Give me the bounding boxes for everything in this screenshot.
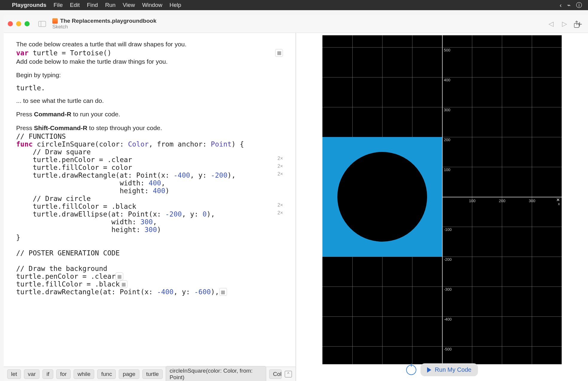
axis-tick-label: 500 — [444, 48, 450, 52]
axis-tick-label: 100 — [469, 199, 476, 203]
menubar-help-icon[interactable]: ⓘ — [576, 1, 582, 9]
menu-view[interactable]: View — [123, 2, 135, 8]
sidebar-toggle-icon[interactable] — [38, 20, 46, 28]
completion-token-turtle[interactable]: turtle — [142, 369, 163, 379]
window-zoom-button[interactable] — [25, 21, 30, 26]
axis-tick-label: -500 — [444, 347, 452, 351]
completion-bar: let var if for while func page turtle ci… — [4, 367, 295, 381]
axis-tick-label: 100 — [444, 167, 450, 172]
system-menubar: Playgrounds File Edit Find Run View Wind… — [0, 0, 588, 10]
completion-token-color[interactable]: Col — [269, 369, 282, 379]
menu-find[interactable]: Find — [87, 2, 98, 8]
see-what-text: ... to see what the turtle can do. — [16, 96, 283, 106]
axis-tick-label: 200 — [444, 138, 450, 142]
live-view-pane: -500-400-300-200-100100200300400500-300-… — [296, 33, 588, 381]
keyboard-toggle-icon[interactable] — [285, 371, 292, 377]
app-window: The Replacements.playgroundbook Sketch ◁… — [4, 15, 588, 381]
intro-text: The code below creates a turtle that wil… — [16, 39, 283, 49]
window-titlebar: The Replacements.playgroundbook Sketch ◁… — [4, 15, 588, 33]
completion-token-circleinsquare[interactable]: circleInSquare(color: Color, from: Point… — [166, 366, 266, 381]
result-quicklook-icon[interactable]: ▦ — [115, 272, 123, 280]
execution-count: 2× — [278, 156, 283, 164]
result-quicklook-icon[interactable]: ▦ — [120, 280, 127, 288]
axis-tick-label: 300 — [529, 199, 535, 203]
execution-count: 2× — [278, 210, 283, 218]
window-minimize-button[interactable] — [16, 21, 21, 26]
document-subtitle: Sketch — [52, 24, 156, 30]
document-icon — [52, 18, 58, 24]
completion-token-var[interactable]: var — [24, 369, 39, 379]
axis-tick-label: 400 — [444, 78, 450, 82]
nav-back-button[interactable]: ◁ — [549, 20, 554, 28]
result-quicklook-icon[interactable]: ▦ — [219, 288, 227, 296]
completion-token-let[interactable]: let — [7, 369, 21, 379]
axis-tick-label: 300 — [444, 108, 450, 112]
menu-run[interactable]: Run — [105, 2, 115, 8]
code-var-line[interactable]: var turtle = Tortoise() — [16, 49, 112, 57]
completion-token-while[interactable]: while — [74, 369, 94, 379]
completion-token-func[interactable]: func — [97, 369, 116, 379]
code-editor-pane[interactable]: The code below creates a turtle that wil… — [4, 33, 296, 381]
step-through-button[interactable] — [406, 365, 416, 375]
axis-tick-label: -300 — [444, 287, 452, 292]
execution-count: 2× — [278, 202, 283, 210]
execution-count: 2× — [278, 171, 283, 179]
drawn-ellipse — [337, 152, 427, 242]
share-icon[interactable] — [573, 20, 580, 31]
completion-token-for[interactable]: for — [56, 369, 71, 379]
menubar-toggle-icon[interactable]: ⌁ — [567, 1, 571, 9]
code-placeholder-turtle[interactable]: turtle. — [16, 84, 283, 92]
completion-token-if[interactable]: if — [42, 369, 53, 379]
nav-forward-button[interactable]: ▷ — [562, 20, 567, 28]
result-quicklook-icon[interactable]: ▦ — [275, 49, 283, 57]
menu-edit[interactable]: Edit — [70, 2, 80, 8]
axis-tick-label: -200 — [444, 257, 452, 262]
play-icon — [427, 367, 431, 373]
code-functions-block[interactable]: // FUNCTIONS func circleInSquare(color: … — [16, 132, 283, 296]
begin-typing-text: Begin by typing: — [16, 70, 283, 80]
menu-file[interactable]: File — [54, 2, 63, 8]
svg-rect-0 — [39, 21, 46, 27]
live-view-canvas: -500-400-300-200-100100200300400500-300-… — [322, 35, 562, 364]
execution-count: 2× — [278, 164, 283, 171]
press-run-text: Press Command-R to run your code. — [16, 109, 283, 119]
menu-window[interactable]: Window — [142, 2, 162, 8]
menubar-chevron-icon[interactable]: ‹ — [560, 2, 562, 9]
document-title: The Replacements.playgroundbook — [60, 18, 156, 24]
run-my-code-button[interactable]: Run My Code — [421, 363, 478, 376]
menubar-app-name[interactable]: Playgrounds — [12, 2, 46, 8]
axis-tick-label: -400 — [444, 317, 452, 321]
add-code-text: Add code below to make the turtle draw t… — [16, 57, 283, 66]
run-button-label: Run My Code — [435, 366, 471, 373]
axis-tick-label: 200 — [499, 199, 505, 203]
window-close-button[interactable] — [8, 21, 13, 26]
menu-help[interactable]: Help — [170, 2, 181, 8]
completion-token-page[interactable]: page — [119, 369, 139, 379]
press-step-text: Press Shift-Command-R to step through yo… — [16, 123, 283, 133]
axis-tick-label: -100 — [444, 227, 452, 232]
